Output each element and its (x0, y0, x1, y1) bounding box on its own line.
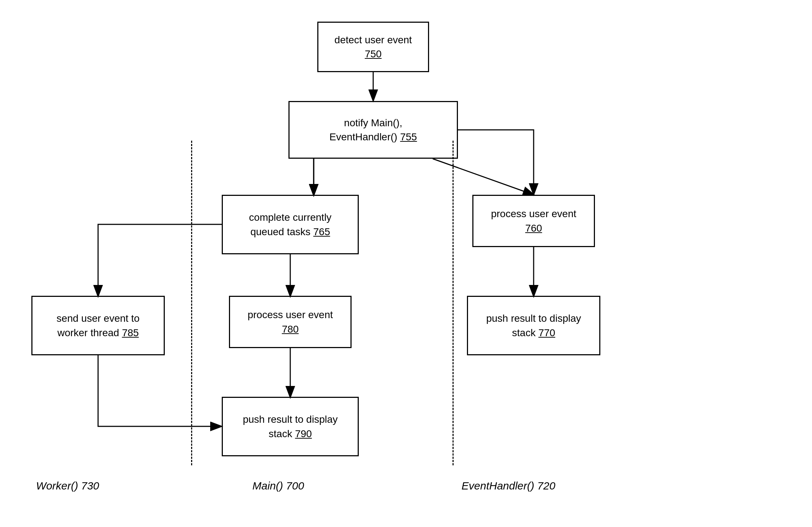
arrow-complete-to-worker (98, 224, 222, 296)
box-notify-main: notify Main(),EventHandler() 755 (288, 101, 458, 159)
lane-label-eventhandler: EventHandler() 720 (462, 480, 555, 492)
box-send-user-event-worker: send user event toworker thread 785 (31, 296, 165, 355)
box-process-user-event-right-text: process user event760 (491, 207, 577, 235)
arrow-worker-to-push-main (98, 355, 221, 426)
box-process-user-event-main: process user event780 (229, 296, 352, 348)
box-complete-queued-tasks: complete currentlyqueued tasks 765 (222, 195, 359, 254)
box-push-result-right: push result to displaystack 770 (467, 296, 600, 355)
dashed-line-left (191, 141, 192, 465)
lane-label-main: Main() 700 (252, 480, 304, 492)
diagram-container: detect user event750 notify Main(),Event… (0, 0, 812, 527)
box-detect-user-event-text: detect user event750 (335, 33, 412, 61)
box-process-user-event-main-text: process user event780 (248, 308, 333, 336)
box-complete-queued-tasks-text: complete currentlyqueued tasks 765 (249, 210, 332, 238)
box-notify-main-text: notify Main(),EventHandler() 755 (330, 116, 417, 144)
box-push-result-right-text: push result to displaystack 770 (486, 311, 581, 339)
box-send-user-event-worker-text: send user event toworker thread 785 (57, 311, 140, 339)
arrow-notify-to-process-right (433, 159, 534, 195)
arrow-notify-to-process-right-path (458, 130, 534, 194)
arrows-svg (0, 0, 812, 527)
box-detect-user-event: detect user event750 (317, 22, 429, 72)
lane-label-worker: Worker() 730 (36, 480, 99, 492)
box-push-result-main: push result to displaystack 790 (222, 397, 359, 456)
box-push-result-main-text: push result to displaystack 790 (243, 412, 337, 440)
box-process-user-event-right: process user event760 (472, 195, 595, 247)
dashed-line-right (453, 141, 454, 465)
